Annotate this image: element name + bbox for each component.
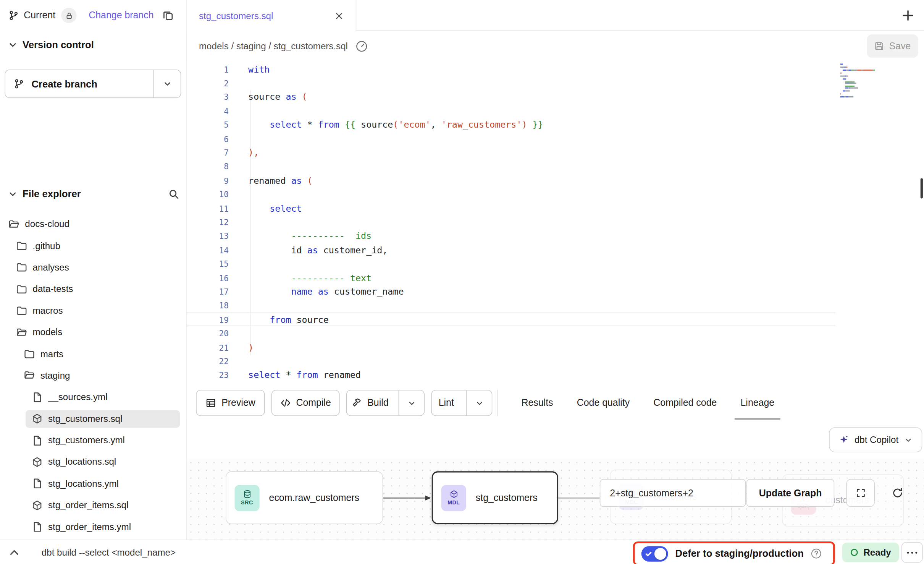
line-number: 5 bbox=[187, 120, 229, 130]
copy-icon[interactable] bbox=[162, 10, 174, 21]
code-line: 7), bbox=[187, 146, 835, 160]
code-editor[interactable]: 1with23source as (45 select * from {{ so… bbox=[187, 61, 924, 389]
code-line: 8 bbox=[187, 160, 835, 173]
version-control-header[interactable]: Version control bbox=[8, 39, 94, 51]
line-number: 23 bbox=[187, 370, 229, 380]
tree-item-label: marts bbox=[40, 348, 63, 359]
change-branch-link[interactable]: Change branch bbox=[89, 10, 153, 21]
tree-item-models[interactable]: models bbox=[0, 321, 187, 343]
line-number: 1 bbox=[187, 65, 229, 74]
badge-label: SRC bbox=[241, 500, 253, 506]
line-number: 7 bbox=[187, 148, 229, 157]
close-icon[interactable] bbox=[334, 11, 344, 21]
file-explorer-header[interactable]: File explorer bbox=[8, 184, 179, 203]
tree-item-stg_locations.sql[interactable]: stg_locations.sql bbox=[0, 451, 187, 473]
collapse-panel-button[interactable] bbox=[8, 547, 20, 559]
code-line: 2 bbox=[187, 76, 835, 90]
file-icon bbox=[31, 478, 43, 489]
more-options-button[interactable] bbox=[901, 542, 923, 562]
read-only-lock-badge bbox=[61, 8, 77, 23]
tree-item-label: models bbox=[33, 327, 63, 338]
create-branch-label: Create branch bbox=[31, 78, 97, 90]
current-branch-chip[interactable]: Current bbox=[8, 10, 55, 21]
preview-label: Preview bbox=[221, 397, 255, 408]
dbt-copilot-icon bbox=[839, 435, 848, 444]
line-number: 14 bbox=[187, 245, 229, 255]
line-number: 12 bbox=[187, 217, 229, 227]
folder-icon bbox=[16, 284, 27, 295]
editor-toolbar: Preview Compile Build Lint bbox=[187, 389, 924, 417]
tree-item-stg_order_items.yml[interactable]: stg_order_items.yml bbox=[0, 516, 187, 538]
badge-label: MDL bbox=[447, 500, 460, 506]
new-tab-button[interactable] bbox=[901, 9, 914, 22]
lineage-selector-input[interactable]: 2+stg_customers+2 bbox=[600, 479, 746, 507]
scrollbar-thumb[interactable] bbox=[921, 178, 923, 199]
tab-results[interactable]: Results bbox=[522, 389, 553, 417]
tree-item-stg_customers.yml[interactable]: stg_customers.yml bbox=[0, 429, 187, 451]
file-icon bbox=[31, 521, 43, 533]
tree-item-data-tests[interactable]: data-tests bbox=[0, 278, 187, 300]
tab-code-quality[interactable]: Code quality bbox=[577, 389, 630, 417]
model-icon bbox=[31, 500, 43, 511]
table-icon bbox=[205, 397, 216, 408]
lint-dropdown[interactable] bbox=[466, 391, 492, 415]
tree-item-label: .github bbox=[33, 240, 60, 251]
line-number: 3 bbox=[187, 92, 229, 102]
status-badge[interactable]: Ready bbox=[842, 543, 899, 562]
code-line: 3source as ( bbox=[187, 90, 835, 104]
tab-lineage[interactable]: Lineage bbox=[741, 389, 775, 417]
tree-item-label: macros bbox=[33, 305, 63, 316]
defer-toggle[interactable] bbox=[641, 546, 668, 561]
tree-item-__sources.yml[interactable]: __sources.yml bbox=[0, 386, 187, 408]
tab-compiled-code[interactable]: Compiled code bbox=[653, 389, 717, 417]
build-button[interactable]: Build bbox=[347, 391, 393, 415]
update-graph-button[interactable]: Update Graph bbox=[746, 479, 834, 507]
chevron-down-icon bbox=[8, 189, 17, 198]
tree-item-.github[interactable]: .github bbox=[0, 235, 187, 257]
search-icon[interactable] bbox=[168, 188, 179, 199]
compile-button[interactable]: Compile bbox=[271, 390, 340, 416]
meter-icon[interactable] bbox=[355, 39, 368, 52]
tab-title: stg_customers.sql bbox=[199, 10, 328, 21]
model-icon bbox=[31, 456, 43, 468]
line-number: 13 bbox=[187, 232, 229, 241]
tree-item-staging[interactable]: staging bbox=[0, 365, 187, 387]
folder-icon bbox=[16, 262, 27, 273]
chevron-down-icon bbox=[163, 79, 171, 88]
lint-button-group: Lint bbox=[431, 390, 492, 416]
git-branch-icon bbox=[14, 78, 24, 89]
lineage-node-ecom-raw-customers[interactable]: SRC ecom.raw_customers bbox=[226, 471, 383, 524]
lint-button[interactable]: Lint bbox=[432, 391, 461, 415]
file-tree: docs-cloud.githubanalysesdata-testsmacro… bbox=[0, 213, 187, 538]
tree-item-label: analyses bbox=[33, 262, 69, 273]
build-dropdown[interactable] bbox=[399, 391, 424, 415]
tree-item-marts[interactable]: marts bbox=[0, 343, 187, 365]
save-button[interactable]: Save bbox=[867, 34, 918, 58]
line-number: 6 bbox=[187, 134, 229, 144]
tree-item-macros[interactable]: macros bbox=[0, 300, 187, 322]
tab-stg-customers-sql[interactable]: stg_customers.sql bbox=[187, 0, 356, 31]
lineage-canvas[interactable]: MDL customers SEM customers SRC ecom.raw… bbox=[187, 459, 924, 540]
help-icon[interactable] bbox=[811, 548, 822, 559]
minimap[interactable] bbox=[840, 63, 906, 97]
create-branch-button[interactable]: Create branch bbox=[5, 70, 153, 98]
code-line: 20 bbox=[187, 327, 835, 340]
tab-bar: stg_customers.sql bbox=[187, 0, 924, 31]
refresh-icon bbox=[892, 487, 903, 499]
tree-item-analyses[interactable]: analyses bbox=[0, 257, 187, 279]
lineage-edge bbox=[383, 494, 432, 502]
tree-item-stg_order_items.sql[interactable]: stg_order_items.sql bbox=[0, 494, 187, 516]
preview-button[interactable]: Preview bbox=[196, 390, 265, 416]
create-branch-dropdown[interactable] bbox=[153, 70, 181, 98]
dbt-copilot-button[interactable]: dbt Copilot bbox=[829, 427, 922, 452]
chevron-down-icon bbox=[905, 436, 912, 444]
tree-item-docs-cloud[interactable]: docs-cloud bbox=[0, 213, 187, 235]
tree-item-stg_locations.yml[interactable]: stg_locations.yml bbox=[0, 473, 187, 495]
tree-item-stg_customers.sql[interactable]: stg_customers.sql bbox=[0, 408, 187, 430]
lineage-node-stg-customers[interactable]: MDL stg_customers bbox=[432, 471, 558, 524]
check-icon bbox=[645, 550, 652, 557]
refresh-graph-button[interactable] bbox=[883, 479, 912, 507]
fullscreen-button[interactable] bbox=[846, 479, 875, 507]
defer-label: Defer to staging/production bbox=[675, 548, 803, 559]
status-bar: dbt build --select <model_name> Defer to… bbox=[0, 540, 924, 564]
